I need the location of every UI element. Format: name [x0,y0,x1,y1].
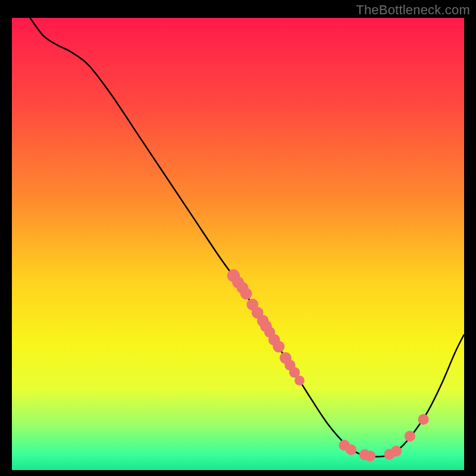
data-point [418,414,428,425]
data-point [240,288,252,300]
data-point [346,444,356,455]
chart-svg [12,18,464,470]
data-point [295,375,305,386]
gradient-background [12,18,464,470]
data-point [391,446,402,456]
data-point [365,450,375,461]
chart-container: TheBottleneck.com [0,0,476,476]
plot-area [12,18,464,470]
attribution-label: TheBottleneck.com [356,2,470,18]
data-point [273,341,285,353]
data-point [405,431,415,441]
